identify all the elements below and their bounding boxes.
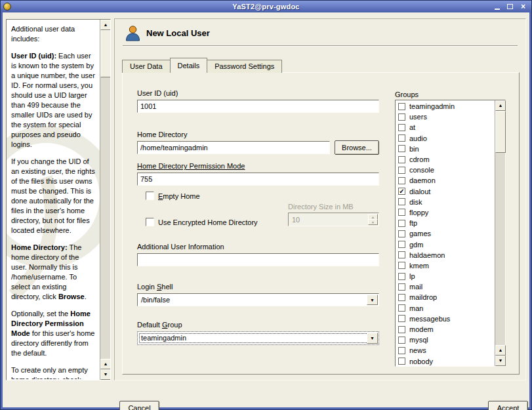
group-checkbox[interactable] bbox=[398, 167, 405, 174]
permission-mode-input[interactable] bbox=[137, 173, 379, 186]
maximize-button[interactable] bbox=[505, 2, 515, 11]
group-row[interactable]: man bbox=[396, 303, 494, 314]
group-checkbox[interactable] bbox=[398, 358, 405, 365]
group-checkbox[interactable] bbox=[398, 294, 405, 301]
group-checkbox[interactable] bbox=[398, 251, 405, 258]
group-label: haldaemon bbox=[409, 251, 445, 259]
group-row[interactable]: mail bbox=[396, 281, 494, 292]
group-checkbox[interactable] bbox=[398, 209, 405, 216]
group-checkbox[interactable] bbox=[398, 273, 405, 280]
group-row[interactable]: maildrop bbox=[396, 292, 494, 302]
help-scrollbar[interactable]: ▲ ▲ ▼ bbox=[100, 20, 110, 380]
chevron-down-icon[interactable]: ▼ bbox=[367, 333, 378, 344]
help-panel: Additional user data includes:User ID (u… bbox=[6, 19, 111, 380]
tab-details[interactable]: Details bbox=[170, 58, 208, 73]
group-row[interactable]: cdrom bbox=[396, 154, 494, 165]
help-paragraph: Optionally, set the Home Directory Permi… bbox=[11, 309, 96, 358]
scroll-up-button-2[interactable]: ▲ bbox=[100, 359, 111, 369]
group-row[interactable]: audio bbox=[396, 133, 494, 144]
group-row[interactable]: mysql bbox=[396, 335, 494, 345]
accept-button[interactable]: Accept bbox=[488, 401, 528, 410]
details-tab-panel: User ID (uid) Home Directory Browse... H… bbox=[122, 72, 520, 375]
default-group-label: Default Group bbox=[137, 321, 182, 329]
scroll-thumb[interactable] bbox=[495, 111, 506, 153]
group-row[interactable]: disk bbox=[396, 197, 494, 207]
group-row[interactable]: lp bbox=[396, 271, 494, 281]
group-checkbox[interactable] bbox=[398, 113, 405, 121]
group-row[interactable]: haldaemon bbox=[396, 250, 494, 260]
group-row[interactable]: users bbox=[396, 112, 494, 122]
scroll-up-button-2[interactable]: ▲ bbox=[495, 345, 506, 356]
group-label: bin bbox=[409, 145, 419, 153]
home-directory-input[interactable] bbox=[137, 141, 330, 154]
group-checkbox[interactable] bbox=[398, 177, 405, 184]
group-row[interactable]: floppy bbox=[396, 207, 494, 218]
groups-scrollbar[interactable]: ▲ ▲ ▼ bbox=[495, 100, 505, 366]
group-row[interactable]: bin bbox=[396, 144, 494, 154]
scroll-thumb[interactable] bbox=[100, 30, 111, 77]
group-label: audio bbox=[409, 134, 427, 142]
chevron-down-icon[interactable]: ▼ bbox=[367, 295, 378, 305]
group-checkbox[interactable] bbox=[398, 347, 405, 354]
login-shell-label: Login Shell bbox=[137, 283, 173, 291]
empty-home-checkbox[interactable] bbox=[146, 192, 154, 200]
group-checkbox[interactable] bbox=[398, 304, 405, 312]
user-id-label: User ID (uid) bbox=[137, 89, 178, 97]
group-row[interactable]: kmem bbox=[396, 260, 494, 271]
group-label: users bbox=[409, 113, 427, 121]
additional-info-input[interactable] bbox=[137, 253, 379, 266]
group-row[interactable]: modem bbox=[396, 324, 494, 335]
group-row[interactable]: games bbox=[396, 228, 494, 239]
scroll-down-button[interactable]: ▼ bbox=[100, 369, 111, 380]
tab-user-data[interactable]: User Data bbox=[122, 60, 171, 73]
scroll-up-icon: ▲ bbox=[104, 361, 108, 366]
group-label: console bbox=[409, 166, 434, 174]
group-checkbox[interactable] bbox=[398, 262, 405, 269]
spin-down-icon[interactable]: ▼ bbox=[368, 219, 378, 225]
group-row[interactable]: console bbox=[396, 165, 494, 175]
scroll-up-button[interactable]: ▲ bbox=[100, 20, 111, 30]
group-row[interactable]: gdm bbox=[396, 239, 494, 249]
help-paragraph: Home Directory: The home directory of th… bbox=[11, 243, 96, 302]
minimize-icon bbox=[495, 9, 500, 10]
cancel-button[interactable]: Cancel bbox=[119, 401, 159, 410]
login-shell-combo[interactable]: /bin/false ▼ bbox=[137, 293, 379, 306]
group-checkbox[interactable]: ✓ bbox=[398, 188, 405, 195]
default-group-combo[interactable]: teamingadmin ▼ bbox=[137, 331, 379, 345]
group-checkbox[interactable] bbox=[398, 315, 405, 322]
minimize-button[interactable] bbox=[492, 2, 502, 11]
scroll-down-button[interactable]: ▼ bbox=[495, 356, 506, 366]
group-label: dialout bbox=[409, 188, 430, 195]
group-checkbox[interactable] bbox=[398, 103, 405, 110]
group-checkbox[interactable] bbox=[398, 156, 405, 163]
group-checkbox[interactable] bbox=[398, 124, 405, 131]
group-row[interactable]: news bbox=[396, 345, 494, 356]
group-checkbox[interactable] bbox=[398, 230, 405, 237]
group-checkbox[interactable] bbox=[398, 134, 405, 142]
group-checkbox[interactable] bbox=[398, 241, 405, 248]
browse-button[interactable]: Browse... bbox=[335, 140, 379, 155]
encrypted-home-checkbox[interactable] bbox=[146, 218, 154, 226]
user-id-input[interactable] bbox=[137, 100, 379, 113]
group-row[interactable]: ✓dialout bbox=[396, 186, 494, 197]
close-button[interactable]: × bbox=[518, 2, 528, 11]
header-separator bbox=[123, 45, 518, 47]
help-paragraph: User ID (uid): Each user is known to the… bbox=[11, 51, 96, 150]
group-row[interactable]: daemon bbox=[396, 175, 494, 186]
group-checkbox[interactable] bbox=[398, 220, 405, 227]
titlebar[interactable]: YaST2@prv-gwdoc × bbox=[1, 1, 531, 12]
group-row[interactable]: at bbox=[396, 122, 494, 133]
group-checkbox[interactable] bbox=[398, 326, 405, 333]
group-row[interactable]: teamingadmin bbox=[396, 101, 494, 112]
group-checkbox[interactable] bbox=[398, 337, 405, 344]
group-checkbox[interactable] bbox=[398, 145, 405, 152]
tab-password-settings[interactable]: Password Settings bbox=[207, 60, 282, 73]
groups-list: teamingadminusersataudiobincdromconsoled… bbox=[396, 101, 494, 365]
group-checkbox[interactable] bbox=[398, 283, 405, 291]
group-checkbox[interactable] bbox=[398, 198, 405, 205]
group-label: cdrom bbox=[409, 155, 430, 163]
scroll-up-button[interactable]: ▲ bbox=[495, 100, 506, 111]
group-row[interactable]: nobody bbox=[396, 356, 494, 366]
group-row[interactable]: messagebus bbox=[396, 314, 494, 324]
group-row[interactable]: ftp bbox=[396, 218, 494, 228]
